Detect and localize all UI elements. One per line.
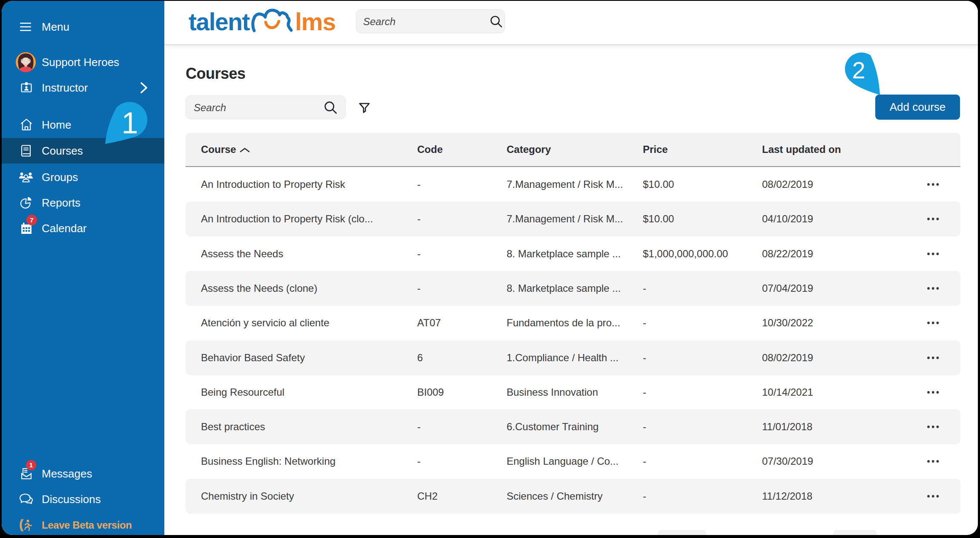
svg-text:talent: talent [189, 8, 250, 35]
svg-text:1: 1 [122, 106, 138, 140]
svg-text:lms: lms [295, 8, 335, 35]
svg-text:2: 2 [852, 57, 865, 83]
